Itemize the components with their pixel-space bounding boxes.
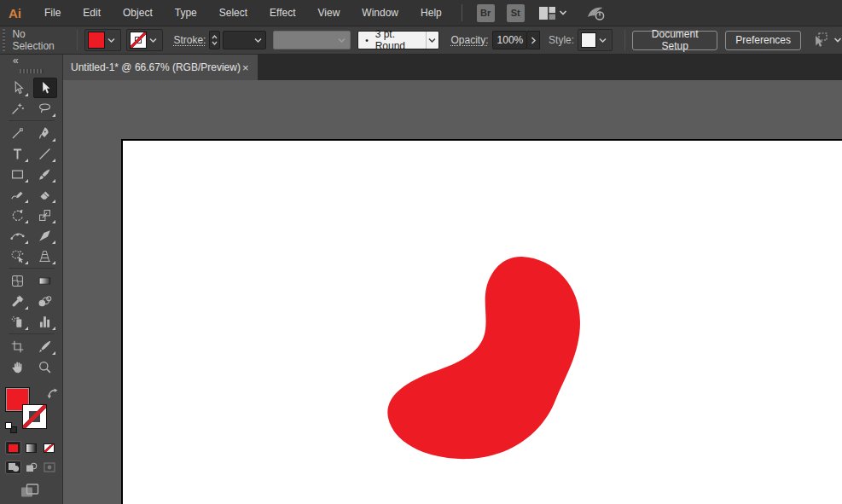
illustrator-window: Ai File Edit Object Type Select Effect V… [0,0,842,504]
perspective-grid-tool[interactable] [33,246,57,266]
drawing-modes-row [5,461,62,474]
zoom-tool[interactable] [33,356,57,377]
fill-swatch[interactable] [88,32,105,49]
opacity-label[interactable]: Opacity: [451,34,489,46]
eraser-tool[interactable] [33,184,57,205]
paint-style-row [5,441,62,455]
select-similar-icon [810,32,830,49]
pencil-tool[interactable] [6,184,30,205]
document-tab[interactable]: Untitled-1* @ 66.67% (RGB/Preview) × [63,55,258,80]
chevron-down-icon[interactable] [254,34,262,46]
style-dropdown[interactable] [578,29,613,51]
stroke-width-dropdown[interactable] [223,31,265,49]
workspace-layout-icon[interactable] [539,7,555,20]
width-tool[interactable] [6,225,30,246]
style-swatch[interactable] [581,32,596,48]
menu-divider [462,4,462,21]
line-segment-tool[interactable] [33,143,57,164]
menu-help[interactable]: Help [409,0,453,26]
direct-selection-tool[interactable] [6,78,30,98]
mesh-tool[interactable] [6,270,30,291]
stroke-width-stepper[interactable] [209,31,220,49]
stroke-color-dropdown[interactable] [126,29,163,51]
control-bar: No Selection Stroke: • 3 pt. Round Opaci… [0,26,842,55]
collapse-panel-icon[interactable]: « [0,55,62,67]
menu-view[interactable]: View [307,0,351,26]
close-tab-icon[interactable]: × [241,61,251,74]
artboard-tool[interactable] [6,336,30,356]
menu-file[interactable]: File [33,0,72,26]
menu-type[interactable]: Type [164,0,208,26]
fill-stroke-cluster [4,387,59,435]
pen-tool[interactable] [33,123,57,143]
gradient-button[interactable] [23,441,39,455]
scale-tool[interactable] [33,205,57,225]
select-similar-dropdown[interactable] [810,32,842,49]
chevron-down-icon[interactable] [599,34,607,46]
panel-grip[interactable] [20,69,44,73]
paintbrush-tool[interactable] [33,164,57,184]
chevron-right-icon[interactable] [527,31,540,49]
selection-tool[interactable] [33,78,57,98]
magic-wand-tool[interactable] [6,98,30,119]
menu-bar: Ai File Edit Object Type Select Effect V… [0,0,842,26]
preferences-button[interactable]: Preferences [725,31,801,50]
selection-status: No Selection [12,28,61,52]
gradient-tool[interactable] [33,270,57,291]
menu-effect[interactable]: Effect [258,0,306,26]
type-tool[interactable] [6,143,30,164]
brush-definition-dropdown[interactable]: • 3 pt. Round [357,31,438,49]
chevron-down-icon[interactable] [559,7,567,19]
menu-object[interactable]: Object [112,0,164,26]
chevron-down-icon[interactable] [833,34,842,46]
control-bar-grip[interactable] [3,29,5,51]
style-label: Style: [549,34,574,46]
screen-mode-button[interactable] [19,482,41,499]
menu-select[interactable]: Select [208,0,258,26]
menu-edit[interactable]: Edit [72,0,112,26]
fill-color-dropdown[interactable] [84,29,121,51]
stock-button[interactable]: St [507,4,525,22]
share-power-icon[interactable] [586,4,606,22]
menu-window[interactable]: Window [351,0,409,26]
color-button[interactable] [5,441,21,455]
curvature-tool[interactable] [6,123,30,143]
chevron-down-icon[interactable] [149,34,157,46]
tool-group-divider [9,333,55,334]
chevron-down-icon[interactable] [426,32,438,49]
stroke-none-swatch[interactable] [130,32,147,49]
draw-normal-button[interactable] [5,461,21,474]
column-graph-tool[interactable] [33,311,57,332]
chevron-down-icon[interactable] [107,34,115,46]
stroke-swatch[interactable] [22,404,47,429]
canvas-area[interactable] [64,80,842,504]
divider [624,30,625,50]
tool-group-divider [9,120,55,121]
puppet-warp-tool[interactable] [33,225,57,246]
blend-tool[interactable] [33,291,57,311]
bridge-button[interactable]: Br [477,4,495,22]
chevron-down-icon [338,34,346,46]
symbol-sprayer-tool[interactable] [6,311,30,332]
rectangle-tool[interactable] [6,164,30,184]
opacity-input[interactable]: 100% [492,31,528,49]
divider [77,30,78,50]
draw-inside-button [41,461,57,474]
hand-tool[interactable] [6,356,30,377]
slice-tool[interactable] [33,336,57,356]
none-slash [23,405,46,428]
draw-behind-button[interactable] [23,461,39,474]
eyedropper-tool[interactable] [6,291,30,311]
default-fill-stroke-icon[interactable] [5,422,17,433]
none-button[interactable] [41,441,57,455]
rotate-tool[interactable] [6,205,30,225]
document-view [64,80,842,504]
swap-fill-stroke-icon[interactable] [47,388,58,402]
tool-group-divider [9,268,55,269]
illustrator-logo: Ai [0,6,33,20]
document-tab-bar: Untitled-1* @ 66.67% (RGB/Preview) × [63,55,842,80]
shape-builder-tool[interactable] [6,246,30,266]
document-setup-button[interactable]: Document Setup [632,31,717,50]
stroke-label[interactable]: Stroke: [173,34,206,46]
lasso-tool[interactable] [33,98,57,119]
